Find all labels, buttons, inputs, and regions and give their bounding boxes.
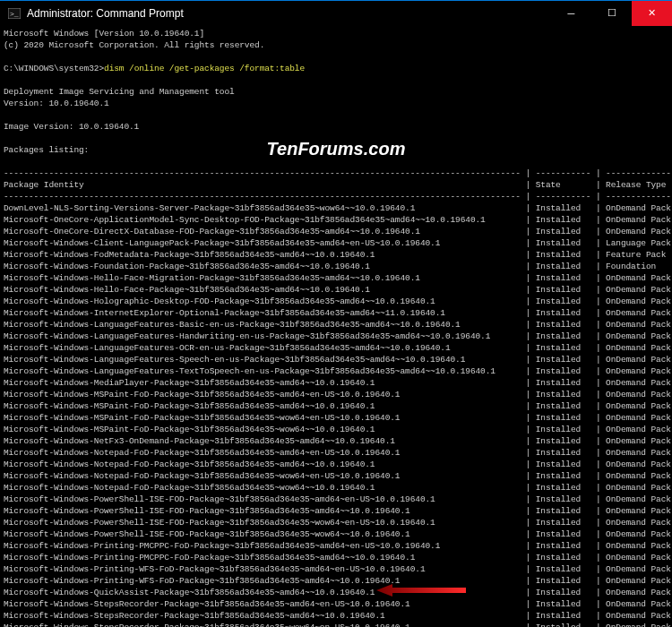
maximize-button[interactable]: ☐	[591, 1, 632, 26]
close-button[interactable]: ✕	[632, 1, 672, 26]
titlebar[interactable]: >_ Administrator: Command Prompt ─ ☐ ✕	[0, 0, 672, 25]
svg-text:>_: >_	[10, 10, 19, 18]
terminal-output[interactable]: Microsoft Windows [Version 10.0.19640.1]…	[0, 25, 672, 627]
minimize-button[interactable]: ─	[551, 1, 591, 26]
cmd-icon: >_	[7, 6, 22, 21]
window-title: Administrator: Command Prompt	[27, 7, 551, 20]
